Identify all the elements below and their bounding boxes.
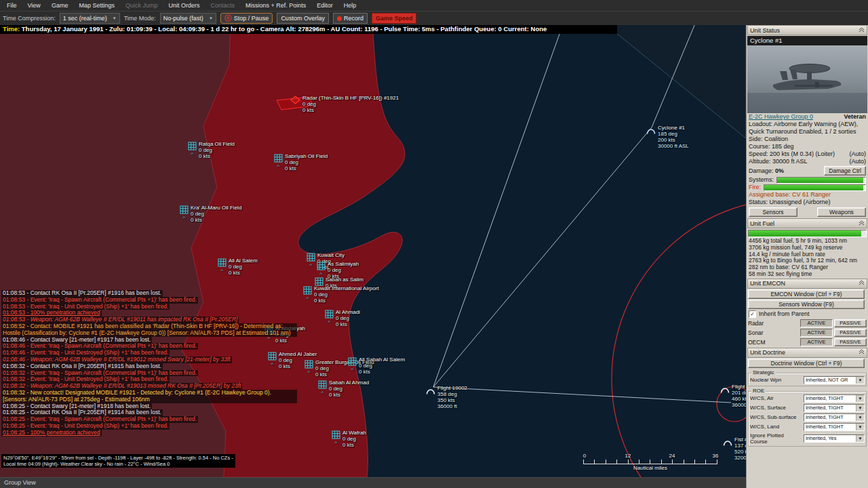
map-marker-cyclone-1[interactable]: Cyclone #1185 deg200 kts30000 ft ASL — [646, 125, 689, 149]
side-text: Side: Coalition — [747, 136, 868, 143]
collapse-icon[interactable] — [859, 349, 865, 356]
map-marker-al-wafrah[interactable]: ^Al Wafrah0 deg0 kts — [332, 430, 366, 448]
map-marker-ali-al-salem[interactable]: ^Ali Al Salem0 deg0 kts — [218, 258, 258, 276]
menu-map-settings[interactable]: Map Settings — [73, 0, 120, 11]
doctrine-select[interactable]: Inherited, TIGHT▼ — [804, 413, 865, 422]
facility-caret: ^ — [274, 165, 283, 168]
marker-label: Ratqa Oil Field0 deg0 kts — [199, 141, 235, 159]
map-marker-sabriyah-oil-field[interactable]: ^Sabriyah Oil Field0 deg0 kts — [274, 153, 328, 171]
assigned-base-text: Assigned base: CV 61 Ranger — [747, 191, 868, 199]
emcon-row-sonar: SonarACTIVEPASSIVE — [747, 328, 868, 338]
marker-data-line: 0 deg — [314, 291, 379, 298]
map-marker-kuwait-international-airport[interactable]: ^Kuwait International Airport0 deg0 kts — [303, 285, 379, 304]
collapse-icon[interactable] — [859, 27, 865, 34]
facility-icon: ^ — [318, 380, 327, 394]
doctrine-select[interactable]: Inherited, TIGHT▼ — [804, 394, 865, 403]
inherit-checkbox[interactable]: ✓ — [749, 310, 756, 318]
time-compression-select[interactable]: 1 sec (real-time) ▼ — [60, 13, 120, 24]
marker-data-line: 0 kts — [229, 270, 258, 276]
marker-label: Flight 1201 deg460 kts36000 ft — [732, 384, 746, 408]
menu-game[interactable]: Game — [46, 0, 74, 11]
custom-overlay-label: Custom Overlay — [281, 15, 325, 22]
menu-unit-orders[interactable]: Unit Orders — [163, 0, 205, 11]
marker-data-line: 0 kts — [302, 107, 399, 113]
game-speed-button[interactable]: Game Speed — [372, 13, 417, 24]
scale-ruler — [583, 460, 717, 464]
doctrine-value: Inherited, TIGHT — [806, 405, 844, 411]
doctrine-label: W/CS, Land — [750, 424, 802, 430]
chevron-down-icon: ▼ — [856, 424, 864, 430]
map-marker-kra-al-maru-oil-field[interactable]: ^Kra' Al-Maru Oil Field0 deg0 kts — [180, 205, 241, 223]
time-mode-select[interactable]: No-pulse (fast) ▼ — [160, 13, 216, 24]
emcon-passive-button[interactable]: PASSIVE — [834, 338, 867, 346]
map-marker-flight-1[interactable]: Flight 1201 deg460 kts36000 ft — [720, 384, 746, 408]
loadout-text: Loadout: Airborne Early Warning (AEW), Q… — [747, 121, 868, 136]
record-label: Record — [344, 15, 363, 22]
cursor-status-bar: N29°08'50", E49°16'29" - 55nm from sel -… — [1, 454, 235, 468]
marker-data-line: 520 kts — [734, 449, 746, 455]
menu-file[interactable]: File — [1, 0, 22, 11]
map-marker-al-ahmadi[interactable]: ^Al Ahmadi0 deg0 kts — [325, 309, 360, 327]
toolbar: Time Compression: 1 sec (real-time) ▼ Ti… — [0, 11, 868, 25]
custom-overlay-button[interactable]: Custom Overlay — [277, 13, 329, 24]
altitude-auto-flag: (Auto) — [849, 158, 866, 165]
marker-name: Cyclone #1 — [658, 125, 689, 131]
unit-doctrine-header[interactable]: Unit Doctrine — [747, 348, 867, 358]
marker-data-line: 0 deg — [336, 315, 360, 321]
map-marker-radar-thin-skin-b-hf-prv-16-19[interactable]: Radar (Thin-Skin B HF [PRV-16]) #19210 d… — [290, 95, 399, 113]
pause-icon — [224, 14, 232, 23]
weapons-button[interactable]: Weapons — [817, 207, 866, 217]
unit-emcon-header[interactable]: Unit EMCON — [747, 279, 867, 289]
menu-help[interactable]: Help — [338, 0, 362, 11]
sensors-window-button[interactable]: Sensors Window (F9) — [748, 300, 865, 309]
unit-fuel-header[interactable]: Unit Fuel — [747, 218, 867, 228]
menu-contacts[interactable]: Contacts — [205, 0, 240, 11]
map-marker-ali-sabah-al-salem[interactable]: ^Ali Sabah Al Salem0 deg0 kts — [348, 357, 405, 375]
chevron-down-icon: ▼ — [856, 377, 864, 384]
collapse-icon[interactable] — [859, 220, 865, 227]
game-speed-label: Game Speed — [376, 15, 413, 22]
doctrine-window-button[interactable]: Doctrine Window (Ctrl + F9) — [748, 359, 865, 368]
scale-numbers: 0122436 — [583, 453, 717, 460]
damage-ctrl-button[interactable]: Damage Ctrl — [824, 166, 866, 176]
emcon-window-button[interactable]: EMCON Window (Ctrl + F9) — [748, 289, 865, 299]
speed-auto-flag: (Auto) — [849, 150, 866, 158]
marker-label: Ali Sabah Al Salem0 deg0 kts — [359, 357, 405, 375]
emcon-active-button[interactable]: ACTIVE — [800, 338, 833, 346]
doctrine-select[interactable]: Inherited, TIGHT▼ — [804, 423, 865, 431]
map-marker-flight-19002[interactable]: Flight 19002358 deg350 kts36000 ft — [426, 385, 467, 409]
log-entry: 01:08:32 - New contact! Designated MOBIL… — [1, 390, 297, 403]
nuclear-wpn-select[interactable]: Inherited, NOT GR ▼ — [804, 376, 865, 384]
sensors-button[interactable]: Sensors — [749, 207, 797, 217]
emcon-passive-button[interactable]: PASSIVE — [834, 329, 867, 337]
strategic-groupbox: Strategic Nuclear Wpn Inherited, NOT GR … — [748, 373, 867, 386]
emcon-active-button[interactable]: ACTIVE — [800, 319, 833, 327]
menu-view[interactable]: View — [22, 0, 46, 11]
marker-label: Radar (Thin-Skin B HF [PRV-16]) #19210 d… — [302, 95, 399, 113]
aircraft-silhouette — [747, 45, 867, 113]
unit-emcon-header-label: Unit EMCON — [750, 280, 785, 287]
doctrine-row-w-cs-air: W/CS, AirInherited, TIGHT▼ — [750, 394, 865, 403]
map-viewport[interactable]: Time: Thursday, 17 January 1991 - Zulu: … — [0, 24, 746, 477]
scale-number: 36 — [713, 453, 719, 459]
scale-number: 12 — [625, 453, 631, 459]
menu-missions-ref-points[interactable]: Missions + Ref. Points — [240, 0, 311, 11]
map-marker-sabah-al-ahmad[interactable]: ^Sabah Al Ahmad0 deg0 kts — [318, 380, 369, 398]
parent-group-link[interactable]: E-2C Hawkeye Group 0 — [749, 113, 813, 121]
marker-label: Fist #137 deg520 kts32000 ft — [734, 436, 746, 461]
chevron-down-icon: ▼ — [856, 395, 864, 402]
map-marker-fist[interactable]: Fist #137 deg520 kts32000 ft — [723, 436, 746, 461]
menu-quick-jump[interactable]: Quick Jump — [120, 0, 163, 11]
stop-pause-button[interactable]: Stop / Pause — [220, 13, 273, 24]
map-marker-ratqa-oil-field[interactable]: ^Ratqa Oil Field0 deg0 kts — [188, 141, 235, 159]
aircraft-icon — [720, 384, 730, 396]
collapse-icon[interactable] — [859, 280, 865, 287]
doctrine-select[interactable]: Inherited, Yes▼ — [804, 434, 865, 443]
doctrine-select[interactable]: Inherited, TIGHT▼ — [804, 404, 865, 412]
emcon-active-button[interactable]: ACTIVE — [800, 329, 833, 337]
menu-editor[interactable]: Editor — [311, 0, 338, 11]
record-button[interactable]: Record — [333, 13, 368, 24]
unit-status-header[interactable]: Unit Status — [747, 25, 867, 35]
emcon-passive-button[interactable]: PASSIVE — [834, 319, 867, 327]
facility-icon: ^ — [218, 258, 226, 272]
